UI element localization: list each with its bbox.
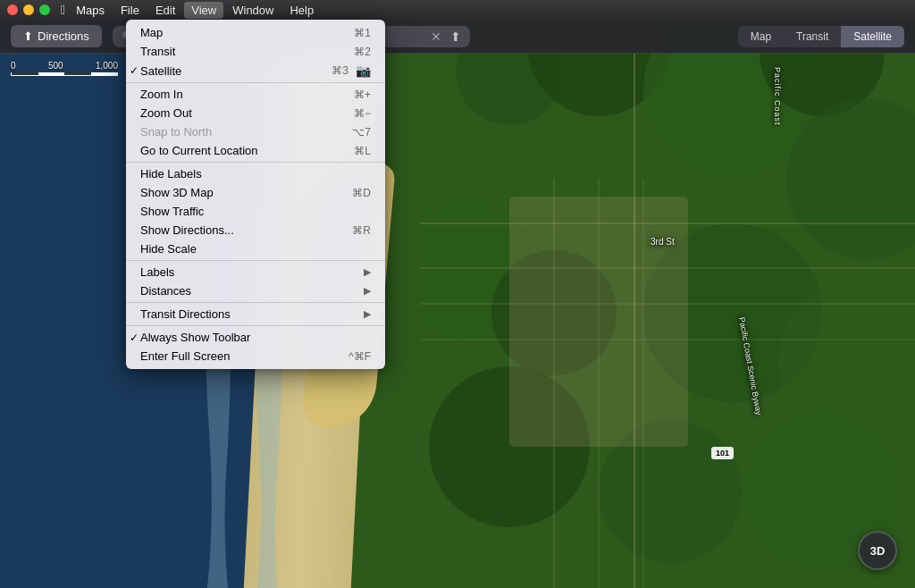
- menu-item-transit-directions-label: Transit Directions: [140, 307, 360, 321]
- menu-item-transit-shortcut: ⌘2: [354, 46, 371, 58]
- menu-item-transit[interactable]: Transit ⌘2: [126, 42, 385, 61]
- menu-item-map-label: Map: [140, 26, 340, 39]
- traffic-lights: [7, 4, 50, 15]
- menu-item-always-show-toolbar[interactable]: ✓ Always Show Toolbar: [126, 328, 385, 347]
- menu-item-map-shortcut: ⌘1: [354, 27, 371, 39]
- titlebar:  Maps File Edit View Window Help: [0, 0, 915, 20]
- menu-item-snap-north[interactable]: Snap to North ⌥7: [126, 122, 385, 141]
- dropdown-overlay: Map ⌘1 Transit ⌘2 ✓ Satellite ⌘3 📷 Zoom …: [0, 20, 915, 588]
- menu-item-zoom-in[interactable]: Zoom In ⌘+: [126, 85, 385, 104]
- transit-directions-submenu-arrow: ▶: [364, 308, 371, 320]
- menu-item-show-3d-shortcut: ⌘D: [352, 187, 371, 199]
- menu-item-transit-label: Transit: [140, 45, 340, 58]
- labels-submenu-arrow: ▶: [364, 266, 371, 278]
- menu-item-zoom-out-shortcut: ⌘−: [354, 107, 371, 120]
- menu-file[interactable]: File: [113, 2, 147, 19]
- satellite-checkmark: ✓: [130, 64, 139, 77]
- separator-2: [126, 162, 385, 163]
- menu-item-satellite-label: Satellite: [140, 64, 317, 78]
- menu-item-hide-scale[interactable]: Hide Scale: [126, 239, 385, 258]
- menu-item-enter-fullscreen[interactable]: Enter Full Screen ^⌘F: [126, 347, 385, 365]
- distances-submenu-arrow: ▶: [364, 285, 371, 297]
- menu-item-zoom-out[interactable]: Zoom Out ⌘−: [126, 104, 385, 122]
- maximize-button[interactable]: [39, 4, 50, 15]
- menu-item-transit-directions[interactable]: Transit Directions ▶: [126, 305, 385, 323]
- menu-item-current-location[interactable]: Go to Current Location ⌘L: [126, 141, 385, 160]
- menu-view[interactable]: View: [184, 2, 223, 19]
- menu-item-current-location-shortcut: ⌘L: [354, 145, 371, 157]
- menu-item-always-show-toolbar-label: Always Show Toolbar: [140, 331, 371, 344]
- menu-bar: Maps File Edit View Window Help: [69, 2, 321, 19]
- menu-edit[interactable]: Edit: [148, 2, 182, 19]
- menu-item-current-location-label: Go to Current Location: [140, 144, 340, 157]
- menu-item-zoom-in-label: Zoom In: [140, 88, 340, 101]
- separator-1: [126, 82, 385, 83]
- menu-item-hide-scale-label: Hide Scale: [140, 242, 371, 256]
- apple-logo: : [61, 3, 65, 17]
- always-show-toolbar-checkmark: ✓: [130, 332, 139, 344]
- menu-item-enter-fullscreen-shortcut: ^⌘F: [348, 350, 371, 363]
- menu-maps[interactable]: Maps: [69, 2, 112, 19]
- menu-item-distances-label: Distances: [140, 284, 360, 298]
- menu-item-satellite-shortcut: ⌘3: [332, 64, 348, 77]
- menu-item-enter-fullscreen-label: Enter Full Screen: [140, 349, 334, 363]
- menu-item-show-traffic[interactable]: Show Traffic: [126, 202, 385, 221]
- menu-item-show-directions[interactable]: Show Directions... ⌘R: [126, 221, 385, 239]
- close-button[interactable]: [7, 4, 18, 15]
- menu-item-show-3d[interactable]: Show 3D Map ⌘D: [126, 183, 385, 202]
- menu-help[interactable]: Help: [282, 2, 321, 19]
- menu-item-show-directions-shortcut: ⌘R: [352, 224, 371, 237]
- menu-item-show-traffic-label: Show Traffic: [140, 205, 371, 218]
- menu-item-show-3d-label: Show 3D Map: [140, 186, 338, 199]
- menu-window[interactable]: Window: [225, 2, 281, 19]
- menu-item-distances[interactable]: Distances ▶: [126, 281, 385, 300]
- minimize-button[interactable]: [23, 4, 34, 15]
- menu-item-snap-north-label: Snap to North: [140, 125, 338, 139]
- menu-item-satellite[interactable]: ✓ Satellite ⌘3 📷: [126, 61, 385, 80]
- menu-item-map[interactable]: Map ⌘1: [126, 23, 385, 42]
- menu-item-zoom-out-label: Zoom Out: [140, 106, 340, 120]
- menu-item-hide-labels-label: Hide Labels: [140, 167, 371, 181]
- menu-item-hide-labels[interactable]: Hide Labels: [126, 164, 385, 183]
- view-menu: Map ⌘1 Transit ⌘2 ✓ Satellite ⌘3 📷 Zoom …: [126, 20, 385, 369]
- menu-item-zoom-in-shortcut: ⌘+: [354, 88, 371, 101]
- separator-5: [126, 325, 385, 326]
- menu-item-labels-label: Labels: [140, 265, 360, 279]
- separator-4: [126, 302, 385, 303]
- menu-item-labels[interactable]: Labels ▶: [126, 263, 385, 281]
- separator-3: [126, 260, 385, 261]
- camera-icon: 📷: [356, 63, 371, 78]
- menu-item-snap-north-shortcut: ⌥7: [352, 126, 371, 139]
- menu-item-show-directions-label: Show Directions...: [140, 223, 338, 237]
